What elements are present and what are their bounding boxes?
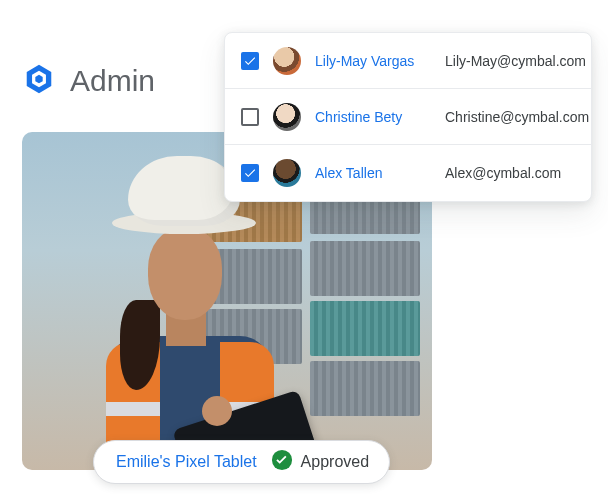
user-row[interactable]: Alex Tallen Alex@cymbal.com [225, 145, 591, 201]
user-name-link[interactable]: Alex Tallen [315, 165, 431, 181]
avatar [273, 47, 301, 75]
user-email: Alex@cymbal.com [445, 165, 561, 181]
checkbox-icon[interactable] [241, 164, 259, 182]
avatar [273, 159, 301, 187]
user-row[interactable]: Christine Bety Christine@cymbal.com [225, 89, 591, 145]
user-name-link[interactable]: Lily-May Vargas [315, 53, 431, 69]
admin-logo-icon [22, 62, 56, 100]
avatar [273, 103, 301, 131]
check-circle-icon [271, 449, 293, 475]
user-name-link[interactable]: Christine Bety [315, 109, 431, 125]
user-list-card: Lily-May Vargas Lily-May@cymbal.com Chri… [224, 32, 592, 202]
device-status-wrap: Approved [271, 449, 370, 475]
user-email: Lily-May@cymbal.com [445, 53, 586, 69]
user-email: Christine@cymbal.com [445, 109, 589, 125]
device-status-chip: Emilie's Pixel Tablet Approved [93, 440, 390, 484]
admin-title: Admin [70, 64, 155, 98]
checkbox-icon[interactable] [241, 52, 259, 70]
device-status-label: Approved [301, 453, 370, 471]
device-name: Emilie's Pixel Tablet [116, 453, 257, 471]
checkbox-icon[interactable] [241, 108, 259, 126]
admin-header: Admin [22, 62, 155, 100]
user-row[interactable]: Lily-May Vargas Lily-May@cymbal.com [225, 33, 591, 89]
